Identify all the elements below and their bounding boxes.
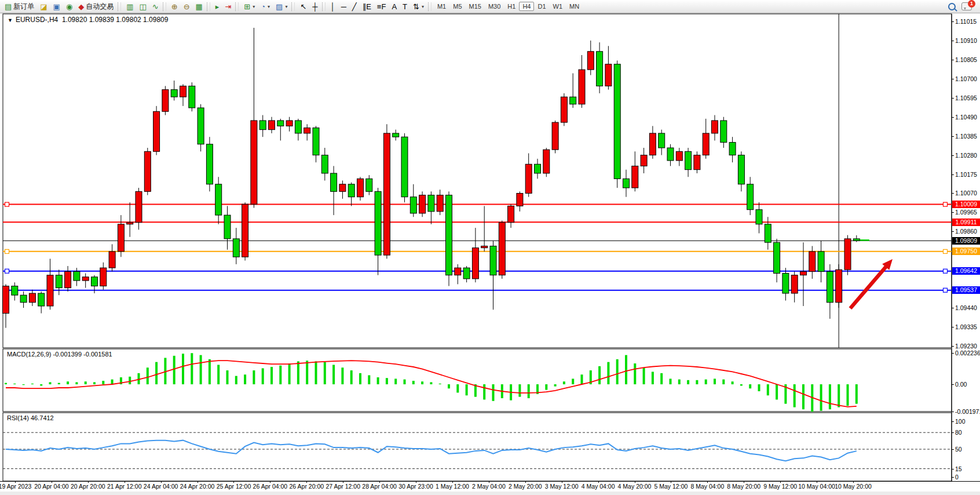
candlestick-chart[interactable] [0, 0, 980, 495]
templates-button[interactable]: ▨▾ [273, 2, 290, 12]
channel-button[interactable]: ∥E [360, 2, 374, 12]
auto-scroll-icon: ▸ [215, 3, 220, 10]
bar-chart-icon: ▥ [126, 3, 133, 10]
timeframe-d1-button[interactable]: D1 [534, 2, 549, 11]
candlestick [401, 137, 408, 197]
autotrade-button[interactable]: ◆自动交易 [75, 1, 116, 13]
candlestick [853, 239, 860, 241]
line-handle[interactable] [944, 288, 948, 292]
macd-histogram-bar [678, 380, 681, 384]
zoom-in-button[interactable]: ⊕ [169, 2, 181, 12]
timeframe-m30-button[interactable]: M30 [485, 2, 504, 11]
macd-histogram-bar [279, 366, 281, 384]
zoom-out-icon: ⊖ [184, 3, 190, 10]
cursor-icon: ↖ [300, 3, 306, 10]
toolbar-separator [118, 2, 121, 11]
macd-histogram-bar [518, 384, 521, 397]
zoom-out-button[interactable]: ⊖ [181, 2, 193, 12]
macd-histogram-bar [714, 378, 716, 384]
new-order-button-label: 新订单 [13, 2, 34, 12]
candlestick [38, 293, 45, 306]
vertical-line-button[interactable]: │ [328, 2, 338, 12]
chevron-down-icon[interactable]: ▾ [285, 4, 287, 9]
candlestick [224, 215, 231, 239]
notifications-icon[interactable]: 1 [961, 2, 972, 10]
timeframe-m15-button[interactable]: M15 [466, 2, 485, 11]
candlestick [472, 248, 478, 279]
macd-histogram-bar [23, 384, 25, 385]
auto-scroll-button[interactable]: ▸ [213, 2, 222, 12]
line-handle[interactable] [944, 249, 948, 253]
timeframe-m5-button[interactable]: M5 [449, 2, 465, 11]
tile-windows-button[interactable]: ▦ [193, 2, 206, 12]
chevron-down-icon[interactable]: ▾ [253, 4, 255, 9]
candlestick [233, 239, 239, 257]
toolbar-separator [235, 2, 239, 11]
text-label-button[interactable]: T [400, 2, 410, 12]
candlestick-button[interactable]: ◫ [137, 2, 149, 12]
timeframe-m1-button[interactable]: M1 [434, 2, 449, 11]
search-icon[interactable] [948, 3, 956, 10]
text-button[interactable]: A [389, 2, 400, 12]
timeframe-mn-button[interactable]: MN [566, 2, 583, 11]
candlestick [499, 223, 505, 275]
candlestick [561, 97, 567, 122]
macd-histogram-bar [855, 384, 858, 404]
chart-window-button[interactable]: ◪ [37, 2, 50, 12]
indicators-icon: ⊞ [244, 3, 250, 10]
candlestick [375, 191, 381, 255]
arrows-button[interactable]: ⇅▾ [410, 2, 427, 12]
macd-histogram-bar [767, 384, 769, 395]
macd-histogram-bar [448, 384, 450, 388]
line-chart-button[interactable]: ∿ [149, 2, 162, 12]
macd-histogram-bar [776, 384, 778, 399]
line-handle[interactable] [944, 202, 948, 206]
chevron-down-icon[interactable]: ▾ [268, 4, 270, 9]
macd-histogram-bar [696, 380, 698, 384]
candlestick [809, 252, 816, 272]
line-handle[interactable] [944, 269, 948, 273]
candlestick [29, 293, 35, 303]
candlestick [614, 64, 620, 179]
macd-histogram-bar [722, 380, 725, 384]
indicators-button[interactable]: ⊞▾ [241, 2, 258, 12]
candlestick [667, 148, 674, 161]
periods-button[interactable]: ◔▾ [258, 2, 273, 12]
macd-histogram-bar [67, 381, 69, 384]
signals-button[interactable]: ◉ [63, 2, 75, 12]
macd-histogram-bar [85, 381, 87, 384]
fibonacci-button[interactable]: ≡F [374, 2, 389, 12]
timeframe-h4-button[interactable]: H4 [519, 2, 534, 11]
candlestick [65, 271, 71, 287]
timeframe-h1-button[interactable]: H1 [504, 2, 519, 11]
macd-histogram-bar [235, 376, 237, 384]
macd-histogram-bar [191, 353, 193, 384]
candlestick [579, 70, 585, 104]
candlestick [20, 295, 27, 303]
profiles-button[interactable]: ▣ [50, 2, 63, 12]
toolbar-separator [291, 2, 295, 11]
trendline-button[interactable]: ╱ [349, 2, 360, 12]
candlestick [543, 150, 550, 173]
macd-histogram-bar [102, 381, 104, 384]
cursor-button[interactable]: ↖ [297, 2, 309, 12]
macd-histogram-bar [749, 384, 751, 388]
line-handle[interactable] [5, 202, 9, 206]
timeframe-w1-button[interactable]: W1 [550, 2, 566, 11]
horizontal-line-button[interactable]: ─ [338, 2, 349, 12]
horizontal-line-icon: ─ [341, 3, 346, 10]
candlestick [632, 166, 638, 188]
bar-chart-button[interactable]: ▥ [123, 2, 136, 12]
macd-histogram-bar [13, 384, 16, 384]
chart-shift-button[interactable]: ⇥ [222, 2, 234, 12]
crosshair-button[interactable]: ┼ [309, 2, 320, 12]
line-handle[interactable] [5, 269, 9, 273]
new-order-button[interactable]: ▤新订单 [2, 1, 37, 13]
candlestick [286, 121, 292, 126]
arrow-annotation[interactable] [850, 265, 887, 308]
macd-histogram-bar [660, 373, 663, 384]
candlestick [313, 128, 319, 155]
candlestick [782, 274, 789, 294]
line-handle[interactable] [5, 249, 9, 253]
chevron-down-icon[interactable]: ▾ [422, 4, 424, 9]
